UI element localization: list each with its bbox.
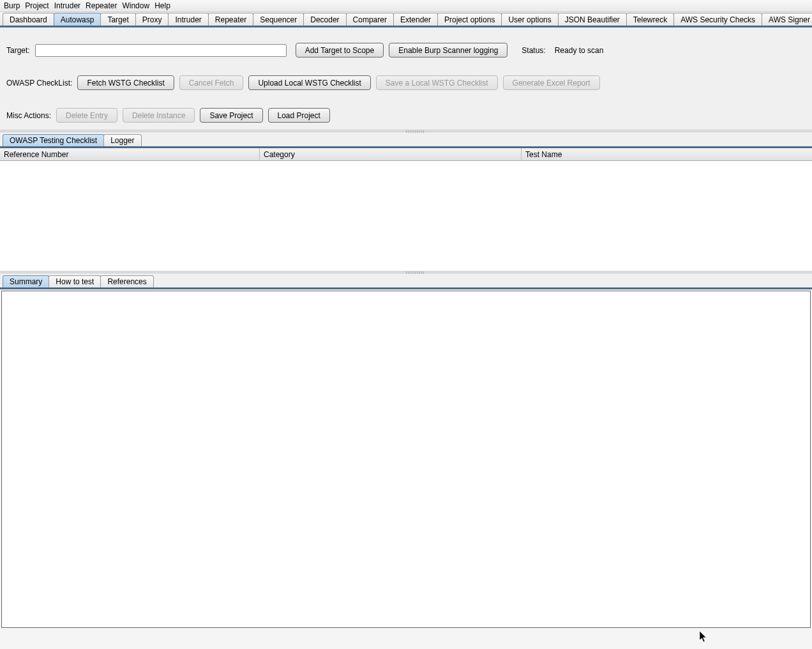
cursor-icon — [700, 631, 707, 643]
target-input[interactable] — [35, 44, 287, 57]
add-target-button[interactable]: Add Target to Scope — [296, 43, 384, 57]
tab-target[interactable]: Target — [100, 13, 135, 26]
upload-wstg-button[interactable]: Upload Local WSTG Checklist — [248, 75, 370, 90]
status-value: Ready to scan — [555, 46, 604, 55]
tab-summary[interactable]: Summary — [3, 275, 49, 287]
menu-project[interactable]: Project — [25, 1, 49, 10]
splitter-bottom[interactable] — [0, 271, 812, 273]
tab-decoder[interactable]: Decoder — [303, 13, 346, 26]
col-reference-number[interactable]: Reference Number — [0, 148, 260, 160]
save-wstg-button: Save a Local WSTG Checklist — [376, 75, 498, 90]
menu-repeater[interactable]: Repeater — [86, 1, 117, 10]
save-project-button[interactable]: Save Project — [200, 108, 262, 123]
tab-proxy[interactable]: Proxy — [135, 13, 169, 26]
menubar: Burp Project Intruder Repeater Window He… — [0, 0, 812, 12]
owasp-checklist-label: OWASP CheckList: — [6, 79, 72, 88]
splitter-top[interactable] — [0, 130, 812, 132]
tab-project-options[interactable]: Project options — [437, 13, 502, 26]
enable-logging-button[interactable]: Enable Burp Scanner logging — [389, 43, 508, 57]
tab-json-beautifier[interactable]: JSON Beautifier — [558, 13, 627, 26]
col-category[interactable]: Category — [260, 148, 522, 160]
checklist-table-body — [0, 161, 812, 271]
menu-burp[interactable]: Burp — [4, 1, 20, 10]
generate-excel-button: Generate Excel Report — [503, 75, 600, 90]
tab-sequencer[interactable]: Sequencer — [253, 13, 304, 26]
tab-comparer[interactable]: Comparer — [346, 13, 394, 26]
delete-entry-button: Delete Entry — [56, 108, 117, 123]
tab-logger[interactable]: Logger — [103, 134, 141, 146]
checklist-table-header: Reference Number Category Test Name — [0, 148, 812, 161]
status-label: Status: — [522, 46, 545, 55]
cancel-fetch-button: Cancel Fetch — [179, 75, 244, 90]
menu-help[interactable]: Help — [154, 1, 170, 10]
tab-dashboard[interactable]: Dashboard — [3, 13, 54, 26]
tab-user-options[interactable]: User options — [501, 13, 558, 26]
tab-telewreck[interactable]: Telewreck — [626, 13, 674, 26]
app-tab-bar: Dashboard Autowasp Target Proxy Intruder… — [0, 12, 812, 27]
detail-content — [1, 291, 811, 628]
tab-repeater[interactable]: Repeater — [208, 13, 253, 26]
fetch-wstg-button[interactable]: Fetch WSTG Checklist — [77, 75, 174, 90]
menu-intruder[interactable]: Intruder — [54, 1, 80, 10]
tab-extender[interactable]: Extender — [393, 13, 438, 26]
tab-aws-security-checks[interactable]: AWS Security Checks — [673, 13, 762, 26]
tab-intruder[interactable]: Intruder — [168, 13, 208, 26]
mid-tab-bar: OWASP Testing Checklist Logger — [0, 132, 812, 148]
tab-how-to-test[interactable]: How to test — [49, 275, 101, 287]
tab-references[interactable]: References — [100, 275, 153, 287]
load-project-button[interactable]: Load Project — [268, 108, 330, 123]
config-panel: Target: Add Target to Scope Enable Burp … — [0, 27, 812, 130]
col-test-name[interactable]: Test Name — [522, 148, 812, 160]
tab-owasp-testing-checklist[interactable]: OWASP Testing Checklist — [3, 134, 104, 146]
detail-tab-bar: Summary How to test References — [0, 273, 812, 289]
delete-instance-button: Delete Instance — [123, 108, 195, 123]
menu-window[interactable]: Window — [122, 1, 149, 10]
tab-aws-signer[interactable]: AWS Signer — [762, 13, 812, 26]
target-label: Target: — [6, 46, 30, 55]
tab-autowasp[interactable]: Autowasp — [54, 13, 102, 26]
misc-actions-label: Misc Actions: — [6, 111, 51, 120]
